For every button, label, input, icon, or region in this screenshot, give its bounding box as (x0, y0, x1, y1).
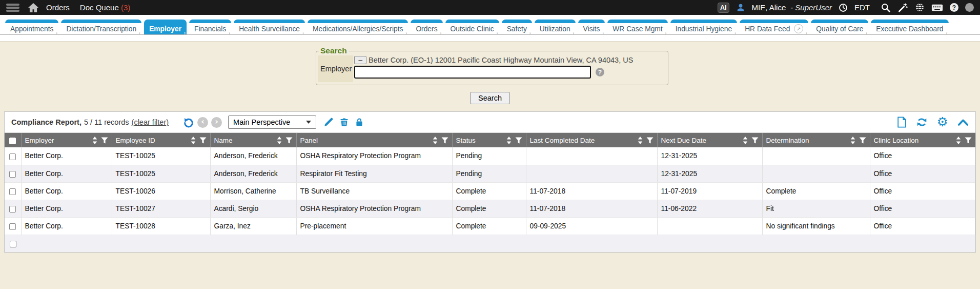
user-name: MIE, Alice (752, 3, 786, 12)
filter-funnel-icon[interactable] (646, 137, 654, 144)
globe-icon[interactable] (915, 3, 925, 12)
filter-funnel-icon[interactable] (515, 137, 522, 144)
row-checkbox-cell (5, 200, 21, 217)
cell-clinic-location: Office (870, 217, 975, 235)
cell-panel: Pre-placement (296, 217, 452, 235)
prev-page-icon[interactable]: ‹ (197, 117, 208, 128)
tab-appointments[interactable]: Appointments (5, 20, 58, 34)
tab-visits[interactable]: Visits (578, 20, 605, 34)
column-header-determination[interactable]: Determination (762, 133, 870, 147)
help-icon[interactable]: ? (950, 3, 958, 12)
sort-icon[interactable] (433, 137, 438, 144)
filter-funnel-icon[interactable] (101, 137, 108, 144)
sort-icon[interactable] (277, 137, 282, 144)
tab-label: HR Data Feed (745, 25, 790, 33)
tab-medications-allergies-scripts[interactable]: Medications/Allergies/Scripts (308, 20, 408, 34)
column-header-next-due-date[interactable]: Next Due Date (657, 133, 762, 147)
collapse-chevron-up-icon[interactable] (957, 118, 969, 126)
keyboard-icon[interactable] (931, 3, 943, 12)
new-row-checkbox[interactable] (10, 241, 16, 247)
lock-icon[interactable] (355, 117, 364, 127)
column-header-name[interactable]: Name (210, 133, 296, 147)
row-checkbox[interactable] (9, 188, 16, 195)
row-checkbox[interactable] (9, 206, 16, 213)
orders-menu-item[interactable]: Orders (46, 3, 70, 12)
column-header-status[interactable]: Status (452, 133, 526, 147)
sort-icon[interactable] (956, 137, 961, 144)
employer-field-label: Employer (318, 55, 353, 82)
table-row[interactable]: Better Corp.TEST-10026Morrison, Catherin… (5, 182, 975, 200)
timezone-label[interactable]: EDT (854, 3, 870, 12)
field-help-icon[interactable]: ? (596, 68, 604, 76)
sort-icon[interactable] (638, 137, 643, 144)
search-icon[interactable] (881, 3, 891, 13)
tab-financials[interactable]: Financials (189, 20, 231, 34)
refresh-icon[interactable] (916, 117, 928, 128)
sort-icon[interactable] (743, 137, 748, 144)
column-header-employer[interactable]: Employer (21, 133, 112, 147)
column-header-clinic-location[interactable]: Clinic Location (870, 133, 975, 147)
user-menu[interactable]: MIE, Alice - SuperUser (752, 3, 832, 12)
row-checkbox[interactable] (9, 153, 16, 160)
select-all-checkbox[interactable] (9, 138, 16, 144)
tab-industrial-hygiene[interactable]: Industrial Hygiene (670, 20, 737, 34)
delete-trash-icon[interactable] (339, 117, 349, 127)
tab-health-surveillance[interactable]: Health Surveillance (234, 20, 305, 34)
search-button[interactable]: Search (470, 92, 510, 104)
empty-cell (112, 235, 210, 252)
sort-icon[interactable] (191, 137, 196, 144)
filter-funnel-icon[interactable] (441, 137, 448, 144)
column-header-last-completed-date[interactable]: Last Completed Date (526, 133, 657, 147)
tab-employer[interactable]: Employer (144, 20, 187, 34)
filter-funnel-icon[interactable] (751, 137, 759, 144)
tab-outside-clinic[interactable]: Outside Clinic (445, 20, 499, 34)
new-entry-row[interactable] (5, 235, 975, 252)
sort-icon[interactable] (506, 137, 512, 144)
empty-cell (296, 235, 452, 252)
settings-gear-icon[interactable]: ⚙ (937, 117, 948, 128)
external-link-icon[interactable]: ↗ (794, 24, 803, 33)
tab-label: Safety (507, 25, 527, 33)
tab-orders[interactable]: Orders (411, 20, 442, 34)
edit-pencil-icon[interactable] (323, 117, 334, 127)
tab-dictation-transcription[interactable]: Dictation/Transcription (61, 20, 141, 34)
clear-filter-link[interactable]: (clear filter) (132, 118, 169, 126)
wand-icon[interactable] (897, 3, 908, 13)
filter-funnel-icon[interactable] (965, 137, 972, 144)
home-icon[interactable] (28, 3, 39, 13)
undo-icon[interactable] (183, 117, 194, 128)
employer-search-input[interactable] (354, 66, 591, 79)
table-row[interactable]: Better Corp.TEST-10025Anderson, Frederic… (5, 147, 975, 165)
hamburger-menu-icon[interactable] (6, 4, 19, 12)
cell-employee-id: TEST-10025 (112, 147, 210, 165)
remove-employer-button[interactable]: − (354, 56, 366, 64)
table-row[interactable]: Better Corp.TEST-10025Anderson, Frederic… (5, 165, 975, 182)
sort-icon[interactable] (850, 137, 855, 144)
tab-hr-data-feed[interactable]: HR Data Feed↗ (740, 20, 808, 34)
perspective-select[interactable]: Main Perspective (228, 115, 316, 129)
next-page-icon[interactable]: › (211, 117, 222, 128)
empty-cell (452, 235, 526, 252)
table-row[interactable]: Better Corp.TEST-10027Acardi, SergioOSHA… (5, 200, 975, 217)
tab-utilization[interactable]: Utilization (535, 20, 576, 34)
filter-funnel-icon[interactable] (285, 137, 293, 144)
doc-queue-count: (3) (121, 3, 130, 12)
column-header-employee-id[interactable]: Employee ID (112, 133, 210, 147)
tab-wr-case-mgmt[interactable]: WR Case Mgmt (607, 20, 667, 34)
user-icon (736, 3, 745, 12)
tab-safety[interactable]: Safety (502, 20, 532, 34)
tab-quality-of-care[interactable]: Quality of Care (811, 20, 868, 34)
new-document-icon[interactable] (897, 117, 907, 128)
sort-icon[interactable] (92, 137, 97, 144)
filter-funnel-icon[interactable] (199, 137, 207, 144)
doc-queue-menu-item[interactable]: Doc Queue (3) (80, 3, 130, 12)
column-header-panel[interactable]: Panel (296, 133, 452, 147)
row-checkbox[interactable] (9, 223, 16, 230)
cell-next-due-date: 12-31-2025 (657, 147, 762, 165)
row-checkbox[interactable] (9, 171, 16, 178)
table-row[interactable]: Better Corp.TEST-10028Garza, InezPre-pla… (5, 217, 975, 235)
ai-badge[interactable]: AI (718, 3, 729, 13)
filter-funnel-icon[interactable] (859, 137, 866, 144)
cell-panel: Respirator Fit Testing (296, 165, 452, 182)
tab-executive-dashboard[interactable]: Executive Dashboard (871, 20, 948, 34)
